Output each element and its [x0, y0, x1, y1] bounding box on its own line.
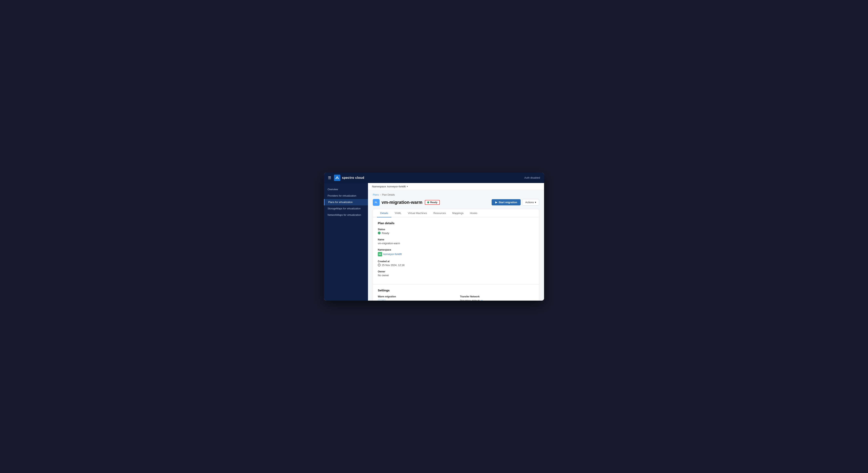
namespace-bar: Namespace: konveyor-forklift ▾ — [368, 183, 544, 190]
namespace-dropdown-icon[interactable]: ▾ — [407, 185, 408, 188]
plan-card: Details YAML Virtual Machines Resources — [373, 209, 539, 301]
detail-row-created: Created at 25 Nov 2024, 12:18 — [378, 260, 534, 266]
sidebar-item-plans[interactable]: Plans for virtualization — [324, 199, 368, 206]
breadcrumb-current: Plan Details — [382, 193, 395, 196]
app-container: ☰ spectro cloud Auth disabled Overview P… — [324, 172, 544, 301]
status-badge: Ready — [425, 200, 440, 205]
sidebar-item-overview[interactable]: Overview — [324, 186, 368, 193]
screen-wrapper: ☰ spectro cloud Auth disabled Overview P… — [324, 172, 544, 301]
tab-resources[interactable]: Resources — [430, 209, 449, 217]
sidebar: Overview Providers for virtualization Pl… — [324, 183, 368, 301]
status-check-icon — [378, 231, 380, 234]
transfer-network-edit-icon[interactable]: ✏ — [481, 299, 483, 301]
tab-hooks[interactable]: Hooks — [467, 209, 480, 217]
plan-details-title: Plan details — [378, 221, 534, 225]
status-field-value: Ready — [378, 231, 534, 234]
namespace-field-value: NS konveyor-forklift — [378, 252, 534, 256]
setting-transfer-network: Transfer Network Providers default ✏ — [460, 295, 534, 301]
ns-badge-icon: NS — [378, 252, 382, 256]
status-dot-icon — [427, 201, 429, 203]
sidebar-item-providers[interactable]: Providers for virtualization — [324, 193, 368, 199]
auth-label: Auth disabled — [524, 176, 540, 179]
tab-virtual-machines[interactable]: Virtual Machines — [405, 209, 430, 217]
play-icon: ▶ — [495, 201, 497, 204]
brand-logo-icon — [334, 175, 340, 181]
setting-warm-migration: Warm migration cold ✏ — [378, 295, 452, 301]
content-area: Plans › Plan Details PL vm-migration-war… — [368, 190, 544, 301]
warm-migration-chip: cold — [378, 299, 386, 301]
main-content: Namespace: konveyor-forklift ▾ Plans › P… — [368, 183, 544, 301]
detail-row-owner: Owner No owner — [378, 270, 534, 277]
owner-field-value: No owner — [378, 274, 534, 277]
layout: Overview Providers for virtualization Pl… — [324, 183, 544, 301]
created-field-value: 25 Nov 2024, 12:18 — [378, 263, 534, 266]
created-field-label: Created at — [378, 260, 534, 263]
plan-icon: PL — [373, 199, 379, 206]
namespace-label: Namespace: konveyor-forklift — [372, 185, 406, 188]
warm-migration-label: Warm migration — [378, 295, 452, 298]
transfer-network-value: Providers default ✏ — [460, 299, 534, 301]
page-title: vm-migration-warm — [381, 200, 423, 205]
start-migration-button[interactable]: ▶ Start migration — [492, 199, 521, 206]
detail-row-namespace: Namespace NS konveyor-forklift — [378, 248, 534, 256]
clock-icon — [378, 263, 380, 266]
tab-mappings[interactable]: Mappings — [449, 209, 467, 217]
brand-name: spectro cloud — [342, 176, 364, 180]
detail-row-name: Name vm-migration-warm — [378, 238, 534, 245]
breadcrumb-plans-link[interactable]: Plans — [373, 193, 379, 196]
transfer-network-label: Transfer Network — [460, 295, 534, 298]
tab-details[interactable]: Details — [377, 209, 392, 217]
sidebar-item-storagemaps[interactable]: StorageMaps for virtualization — [324, 206, 368, 212]
namespace-field-label: Namespace — [378, 248, 534, 251]
warm-migration-edit-icon[interactable]: ✏ — [387, 300, 389, 301]
sidebar-item-networkmaps[interactable]: NetworkMaps for virtualization — [324, 212, 368, 218]
details-body: Plan details Status Ready — [373, 217, 539, 284]
breadcrumb: Plans › Plan Details — [373, 193, 539, 196]
tab-yaml[interactable]: YAML — [392, 209, 405, 217]
namespace-link[interactable]: konveyor-forklift — [383, 253, 402, 256]
actions-chevron-icon: ▾ — [535, 201, 536, 204]
tabs: Details YAML Virtual Machines Resources — [373, 209, 539, 217]
page-header: PL vm-migration-warm Ready ▶ Start migra… — [373, 199, 539, 206]
actions-button[interactable]: Actions ▾ — [522, 199, 539, 206]
hamburger-icon[interactable]: ☰ — [328, 176, 331, 180]
owner-field-label: Owner — [378, 270, 534, 273]
status-text: Ready — [430, 201, 437, 204]
warm-migration-value: cold ✏ — [378, 299, 452, 301]
breadcrumb-separator: › — [380, 193, 381, 196]
navbar: ☰ spectro cloud Auth disabled — [324, 172, 544, 183]
brand: spectro cloud — [334, 175, 364, 181]
settings-section: Settings Warm migration cold ✏ — [373, 284, 539, 301]
detail-row-status: Status Ready — [378, 228, 534, 234]
settings-grid: Warm migration cold ✏ Transfer Network — [378, 295, 534, 301]
name-field-value: vm-migration-warm — [378, 242, 534, 245]
status-field-label: Status — [378, 228, 534, 231]
settings-title: Settings — [378, 289, 534, 292]
name-field-label: Name — [378, 238, 534, 241]
